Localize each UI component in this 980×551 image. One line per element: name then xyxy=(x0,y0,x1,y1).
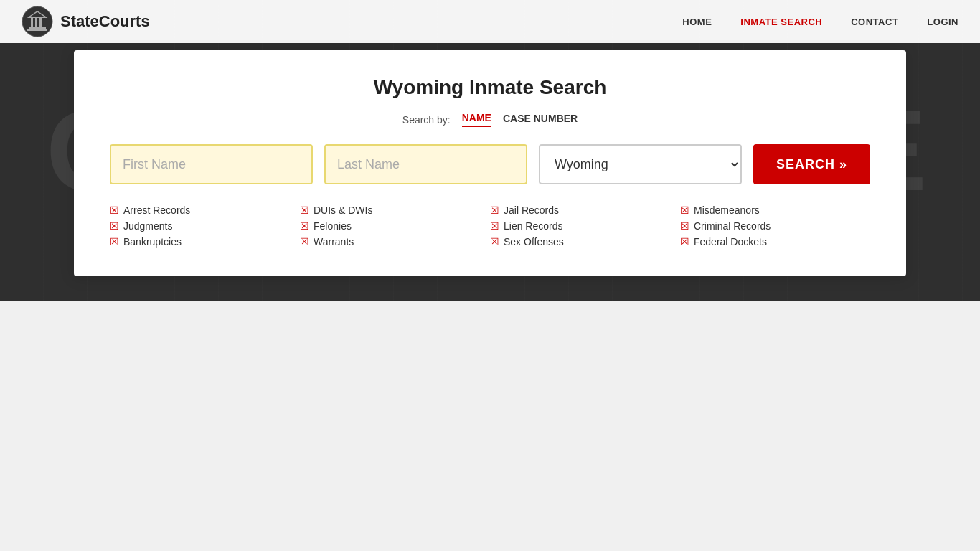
checkboxes-grid: ☒ Arrest Records ☒ DUIs & DWIs ☒ Jail Re… xyxy=(110,204,870,248)
svg-rect-1 xyxy=(29,27,46,29)
check-lien-records: ☒ Lien Records xyxy=(490,220,680,232)
check-misdemeanors: ☒ Misdemeanors xyxy=(680,204,870,216)
search-button[interactable]: SEARCH » xyxy=(753,144,870,184)
check-label: Judgments xyxy=(123,220,172,232)
logo-icon xyxy=(22,6,53,37)
check-label: Warrants xyxy=(314,236,354,248)
search-by-label: Search by: xyxy=(402,114,451,126)
nav-link-home[interactable]: HOME xyxy=(682,17,712,27)
first-name-input[interactable] xyxy=(110,144,313,184)
checkbox-icon: ☒ xyxy=(680,204,689,216)
svg-rect-5 xyxy=(39,17,42,27)
check-jail-records: ☒ Jail Records xyxy=(490,204,680,216)
nav-link-inmate-search[interactable]: INMATE SEARCH xyxy=(740,17,822,27)
nav-item-home[interactable]: HOME xyxy=(682,15,712,28)
checkbox-icon: ☒ xyxy=(110,204,119,216)
check-bankruptcies: ☒ Bankruptcies xyxy=(110,236,300,248)
check-judgments: ☒ Judgments xyxy=(110,220,300,232)
check-federal-dockets: ☒ Federal Dockets xyxy=(680,236,870,248)
nav-link-contact[interactable]: CONTACT xyxy=(851,17,898,27)
last-name-input[interactable] xyxy=(324,144,527,184)
svg-rect-4 xyxy=(35,17,37,27)
check-label: Federal Dockets xyxy=(694,236,767,248)
search-card: Wyoming Inmate Search Search by: NAME CA… xyxy=(74,50,906,276)
checkbox-icon: ☒ xyxy=(490,220,499,232)
svg-rect-2 xyxy=(27,29,47,31)
check-arrest-records: ☒ Arrest Records xyxy=(110,204,300,216)
check-label: Arrest Records xyxy=(123,204,190,216)
nav-links-list: HOME INMATE SEARCH CONTACT LOGIN xyxy=(682,15,958,28)
check-label: Lien Records xyxy=(504,220,563,232)
checkbox-icon: ☒ xyxy=(680,236,689,248)
nav-item-inmate-search[interactable]: INMATE SEARCH xyxy=(740,15,822,28)
check-label: Sex Offenses xyxy=(504,236,564,248)
checkbox-icon: ☒ xyxy=(680,220,689,232)
search-by-row: Search by: NAME CASE NUMBER xyxy=(110,112,870,127)
check-sex-offenses: ☒ Sex Offenses xyxy=(490,236,680,248)
check-label: Criminal Records xyxy=(694,220,771,232)
checkbox-icon: ☒ xyxy=(110,236,119,248)
checkbox-icon: ☒ xyxy=(300,236,309,248)
checkbox-icon: ☒ xyxy=(300,204,309,216)
logo-text: StateCourts xyxy=(60,12,150,31)
nav-item-contact[interactable]: CONTACT xyxy=(851,15,898,28)
check-felonies: ☒ Felonies xyxy=(300,220,490,232)
nav-item-login[interactable]: LOGIN xyxy=(927,15,958,28)
search-inputs-row: Wyoming Alabama Alaska Arizona Californi… xyxy=(110,144,870,184)
nav-link-login[interactable]: LOGIN xyxy=(927,17,958,27)
check-criminal-records: ☒ Criminal Records xyxy=(680,220,870,232)
check-label: Bankruptcies xyxy=(123,236,182,248)
check-label: Jail Records xyxy=(504,204,559,216)
check-label: Felonies xyxy=(314,220,352,232)
check-warrants: ☒ Warrants xyxy=(300,236,490,248)
logo-link[interactable]: StateCourts xyxy=(22,6,150,37)
state-select[interactable]: Wyoming Alabama Alaska Arizona Californi… xyxy=(539,144,742,184)
search-title: Wyoming Inmate Search xyxy=(110,76,870,99)
checkbox-icon: ☒ xyxy=(300,220,309,232)
checkbox-icon: ☒ xyxy=(490,236,499,248)
checkbox-icon: ☒ xyxy=(490,204,499,216)
check-label: Misdemeanors xyxy=(694,204,760,216)
top-navigation: StateCourts HOME INMATE SEARCH CONTACT L… xyxy=(0,0,980,43)
check-label: DUIs & DWIs xyxy=(314,204,372,216)
checkbox-icon: ☒ xyxy=(110,220,119,232)
svg-rect-7 xyxy=(28,17,47,18)
tab-name[interactable]: NAME xyxy=(462,112,491,127)
check-duis: ☒ DUIs & DWIs xyxy=(300,204,490,216)
svg-rect-3 xyxy=(31,17,33,27)
tab-case-number[interactable]: CASE NUMBER xyxy=(503,113,578,126)
hero-section: COURTHOUSE StateCourts HOME INMATE SEARC… xyxy=(0,0,980,301)
